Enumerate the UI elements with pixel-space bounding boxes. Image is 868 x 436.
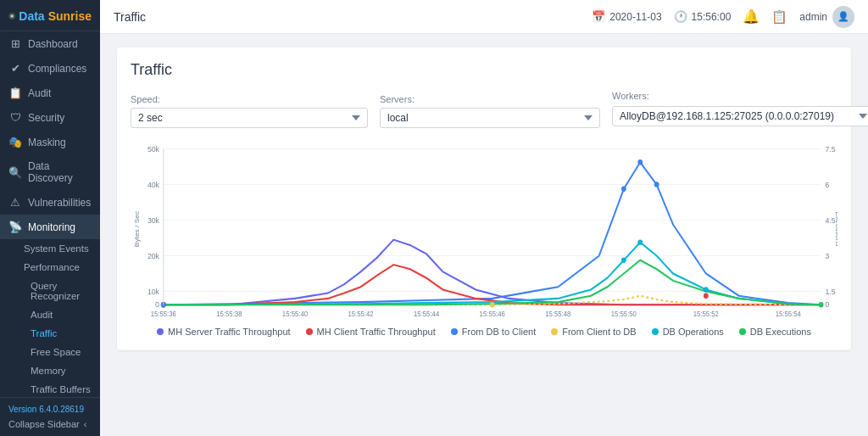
sidebar-item-label: Data Discovery <box>28 160 92 184</box>
svg-point-41 <box>654 182 659 187</box>
sub-item-label: Audit <box>31 310 53 320</box>
sidebar-sub-performance[interactable]: Performance <box>0 258 100 277</box>
svg-point-40 <box>637 240 643 245</box>
sidebar-sub-traffic[interactable]: Traffic <box>0 324 100 343</box>
filters-row: Speed: 2 sec 1 sec 5 sec 10 sec 30 sec S… <box>131 91 837 128</box>
legend-label: DB Executions <box>750 327 811 337</box>
legend-dot <box>157 328 164 335</box>
svg-text:15:55:36: 15:55:36 <box>151 310 177 318</box>
svg-text:Executions: Executions <box>834 211 837 246</box>
content-area: Traffic Speed: 2 sec 1 sec 5 sec 10 sec … <box>100 34 868 436</box>
collapse-sidebar-button[interactable]: Collapse Sidebar ‹ <box>8 419 92 429</box>
compliances-icon: ✔ <box>8 62 22 75</box>
sidebar-sub-free-space[interactable]: Free Space <box>0 343 100 361</box>
legend-dot <box>551 328 558 335</box>
workers-select[interactable]: AlloyDB@192.168.1.125:27025 (0.0.0.0:270… <box>612 106 868 126</box>
security-icon: 🛡 <box>8 111 22 124</box>
speed-filter-group: Speed: 2 sec 1 sec 5 sec 10 sec 30 sec <box>131 94 368 128</box>
main-area: Traffic 📅 2020-11-03 🕐 15:56:00 🔔 📋 admi… <box>100 0 868 436</box>
sub-item-label: System Events <box>24 243 89 254</box>
svg-text:30k: 30k <box>147 215 159 224</box>
traffic-chart: 50k 40k 30k 20k 10k 0 7.5 6 4.5 3 1.5 0 … <box>131 140 837 318</box>
avatar: 👤 <box>832 6 854 28</box>
workers-label: Workers: <box>612 91 868 101</box>
svg-text:15:55:40: 15:55:40 <box>282 310 309 318</box>
workers-filter-group: Workers: AlloyDB@192.168.1.125:27025 (0.… <box>612 91 868 128</box>
sidebar-sub-query-recognizer[interactable]: Query Recognizer <box>0 277 100 305</box>
sidebar-item-audit[interactable]: 📋 Audit <box>0 81 100 105</box>
svg-point-39 <box>621 187 626 192</box>
chevron-left-icon: ‹ <box>84 419 87 429</box>
chart-svg: 50k 40k 30k 20k 10k 0 7.5 6 4.5 3 1.5 0 … <box>131 140 837 318</box>
sub-item-label: Performance <box>24 262 80 272</box>
sidebar-item-masking[interactable]: 🎭 Masking <box>0 130 100 154</box>
servers-select[interactable]: local remote <box>380 108 600 128</box>
svg-point-44 <box>819 302 824 307</box>
sidebar-item-label: Masking <box>28 137 66 148</box>
legend-dot <box>739 328 746 335</box>
calendar-icon: 📅 <box>592 10 605 23</box>
header-time: 🕐 15:56:00 <box>674 10 732 23</box>
data-discovery-icon: 🔍 <box>8 166 22 179</box>
version-text: Version 6.4.0.28619 <box>8 405 92 414</box>
sidebar-sub-traffic-buffers[interactable]: Traffic Buffers <box>0 380 100 397</box>
speed-label: Speed: <box>131 94 368 104</box>
sidebar-sub-system-events[interactable]: System Events <box>0 239 100 258</box>
legend-label: From DB to Client <box>462 327 536 337</box>
admin-label: admin <box>799 11 827 23</box>
svg-text:15:55:42: 15:55:42 <box>348 310 374 318</box>
svg-point-36 <box>490 302 495 307</box>
legend-db-to-client: From DB to Client <box>451 327 536 337</box>
sidebar-item-vulnerabilities[interactable]: ⚠ Vulnerabilities <box>0 190 100 215</box>
time-value: 15:56:00 <box>692 11 732 23</box>
svg-text:7.5: 7.5 <box>825 144 835 153</box>
sidebar-item-label: Compliances <box>28 63 86 75</box>
sidebar-item-data-discovery[interactable]: 🔍 Data Discovery <box>0 154 100 190</box>
speed-select[interactable]: 2 sec 1 sec 5 sec 10 sec 30 sec <box>131 108 368 128</box>
logo-icon <box>8 8 15 24</box>
sidebar-item-label: Dashboard <box>28 38 78 50</box>
sidebar-item-label: Vulnerabilities <box>28 197 91 209</box>
svg-point-2 <box>11 15 13 17</box>
sidebar-item-dashboard[interactable]: ⊞ Dashboard <box>0 31 100 56</box>
servers-label: Servers: <box>380 94 600 104</box>
svg-text:15:55:44: 15:55:44 <box>414 310 440 318</box>
legend-db-operations: DB Operations <box>652 327 724 337</box>
masking-icon: 🎭 <box>8 136 22 148</box>
svg-text:15:55:52: 15:55:52 <box>693 310 720 318</box>
page-breadcrumb: Traffic <box>114 10 146 24</box>
svg-text:15:55:54: 15:55:54 <box>776 310 802 318</box>
legend-client-to-db: From Client to DB <box>551 327 636 337</box>
sub-item-label: Traffic Buffers <box>31 384 91 394</box>
sidebar-item-compliances[interactable]: ✔ Compliances <box>0 56 100 81</box>
nav-list: ⊞ Dashboard ✔ Compliances 📋 Audit 🛡 Secu… <box>0 31 100 397</box>
legend-mh-client: MH Client Traffic Throughput <box>306 327 436 337</box>
logo-data-text: Data <box>19 9 44 23</box>
audit-icon: 📋 <box>8 87 22 99</box>
legend-label: DB Operations <box>663 327 724 337</box>
notifications-icon[interactable]: 🔔 <box>743 8 760 25</box>
svg-point-38 <box>637 159 643 165</box>
svg-text:6: 6 <box>825 180 829 188</box>
sidebar: Data Sunrise ⊞ Dashboard ✔ Compliances 📋… <box>0 0 100 436</box>
sidebar-item-monitoring[interactable]: 📡 Monitoring <box>0 215 100 239</box>
svg-text:20k: 20k <box>147 251 159 260</box>
sidebar-sub-audit-mon[interactable]: Audit <box>0 305 100 324</box>
sidebar-item-label: Audit <box>28 87 51 99</box>
header-date: 📅 2020-11-03 <box>592 10 661 23</box>
sidebar-item-security[interactable]: 🛡 Security <box>0 105 100 130</box>
sub-item-label: Traffic <box>31 328 57 338</box>
svg-point-43 <box>704 287 709 292</box>
page-title: Traffic <box>131 61 837 79</box>
sidebar-footer: Version 6.4.0.28619 Collapse Sidebar ‹ <box>0 397 100 436</box>
copy-icon[interactable]: 📋 <box>771 9 787 25</box>
legend-dot <box>306 328 313 335</box>
sub-item-label: Free Space <box>31 347 81 357</box>
date-value: 2020-11-03 <box>609 11 661 23</box>
legend-label: From Client to DB <box>562 327 636 337</box>
sidebar-sub-memory[interactable]: Memory <box>0 361 100 380</box>
svg-point-37 <box>621 258 626 263</box>
servers-filter-group: Servers: local remote <box>380 94 600 128</box>
user-menu[interactable]: admin 👤 <box>799 6 854 28</box>
legend-label: MH Client Traffic Throughput <box>317 327 436 337</box>
